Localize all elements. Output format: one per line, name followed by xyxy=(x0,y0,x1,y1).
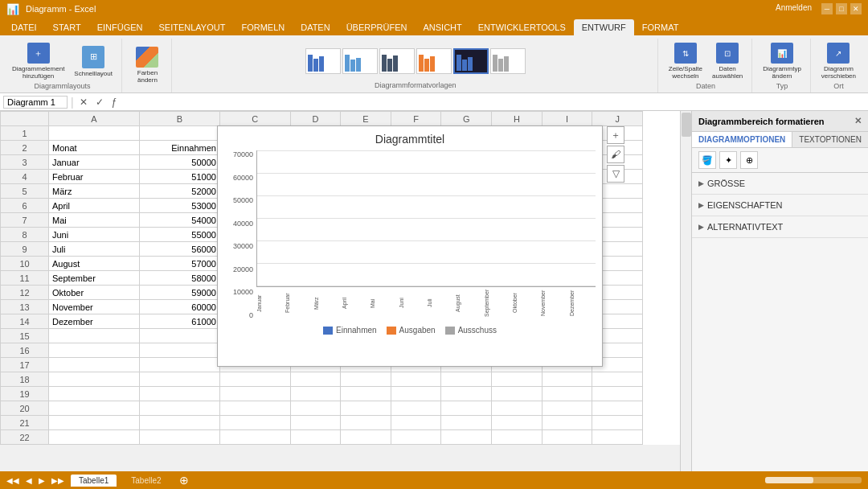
anmelden-btn[interactable]: Anmelden xyxy=(776,3,812,14)
grid-cell[interactable]: 55000 xyxy=(139,228,219,242)
grid-cell[interactable] xyxy=(341,430,391,445)
grid-cell[interactable]: Oktober xyxy=(49,286,140,300)
rp-icon-fill[interactable]: 🪣 xyxy=(698,151,716,169)
tab-seitenlayout[interactable]: SEITENLAYOUT xyxy=(150,19,233,35)
grid-cell[interactable]: August xyxy=(49,257,140,271)
col-header-f[interactable]: F xyxy=(391,112,441,126)
scroll-next-btn[interactable]: ▶ xyxy=(39,476,45,485)
horizontal-scrollbar[interactable] xyxy=(765,477,862,483)
sheet-tab-2[interactable]: Tabelle2 xyxy=(123,475,169,487)
switch-rowcol-btn[interactable]: ⇅ Zeile/Spaltewechseln xyxy=(665,40,706,82)
grid-cell[interactable] xyxy=(290,387,341,401)
grid-cell[interactable]: Dezember xyxy=(49,314,140,329)
grid-cell[interactable] xyxy=(139,387,219,401)
grid-cell[interactable] xyxy=(49,401,140,416)
right-panel-close-btn[interactable]: ✕ xyxy=(854,116,862,126)
grid-cell[interactable]: März xyxy=(49,184,140,199)
grid-cell[interactable] xyxy=(219,387,290,401)
minimize-btn[interactable]: ─ xyxy=(821,3,833,14)
grid-cell[interactable]: 51000 xyxy=(139,170,219,184)
name-box[interactable] xyxy=(3,96,68,109)
chart-brush-btn[interactable]: 🖌 xyxy=(607,146,624,163)
grid-cell[interactable] xyxy=(49,358,140,372)
scroll-first-btn[interactable]: ◀◀ xyxy=(6,476,19,485)
col-header-g[interactable]: G xyxy=(441,112,492,126)
col-header-a[interactable]: A xyxy=(49,112,140,126)
add-element-btn[interactable]: ＋ Diagrammelementhinzufügen xyxy=(8,40,68,82)
grid-cell[interactable] xyxy=(49,416,140,430)
grid-cell[interactable] xyxy=(391,387,441,401)
grid-cell[interactable] xyxy=(139,430,219,445)
grid-cell[interactable] xyxy=(139,416,219,430)
grid-cell[interactable] xyxy=(542,430,592,445)
col-header-i[interactable]: I xyxy=(542,112,592,126)
grid-cell[interactable] xyxy=(139,358,219,372)
grid-cell[interactable]: November xyxy=(49,300,140,314)
col-header-e[interactable]: E xyxy=(341,112,391,126)
grid-cell[interactable] xyxy=(592,401,643,416)
change-colors-btn[interactable]: Farbenändern xyxy=(132,44,162,86)
grid-cell[interactable] xyxy=(341,401,391,416)
grid-cell[interactable] xyxy=(441,401,492,416)
grid-cell[interactable] xyxy=(492,430,542,445)
grid-cell[interactable] xyxy=(441,387,492,401)
grid-cell[interactable]: Juli xyxy=(49,242,140,257)
cancel-icon[interactable]: ✕ xyxy=(77,97,90,108)
quick-layout-btn[interactable]: ⊞ Schnelllayout xyxy=(70,40,117,82)
rp-icon-effects[interactable]: ✦ xyxy=(719,151,737,169)
grid-cell[interactable] xyxy=(492,372,542,387)
grid-cell[interactable] xyxy=(391,401,441,416)
tab-entwicklertools[interactable]: ENTWICKLERTOOLS xyxy=(470,19,574,35)
grid-cell[interactable] xyxy=(542,372,592,387)
maximize-btn[interactable]: □ xyxy=(836,3,847,14)
confirm-icon[interactable]: ✓ xyxy=(93,97,106,108)
add-sheet-btn[interactable]: ⊕ xyxy=(176,474,192,487)
grid-cell[interactable] xyxy=(441,416,492,430)
close-btn[interactable]: ✕ xyxy=(850,3,862,14)
sheet-tab-1[interactable]: Tabelle1 xyxy=(71,475,117,487)
col-header-h[interactable]: H xyxy=(492,112,542,126)
function-icon[interactable]: ƒ xyxy=(109,97,120,108)
grid-cell[interactable] xyxy=(290,372,341,387)
scrollbar-thumb[interactable] xyxy=(682,113,691,137)
scroll-last-btn[interactable]: ▶▶ xyxy=(51,476,64,485)
grid-cell[interactable] xyxy=(492,401,542,416)
grid-cell[interactable]: September xyxy=(49,271,140,286)
tab-ueberpruefen[interactable]: ÜBERPRÜFEN xyxy=(338,19,416,35)
scroll-prev-btn[interactable]: ◀ xyxy=(26,476,32,485)
tab-datei[interactable]: DATEI xyxy=(3,19,45,35)
grid-cell[interactable]: 54000 xyxy=(139,213,219,228)
grid-cell[interactable] xyxy=(219,401,290,416)
grid-cell[interactable] xyxy=(341,372,391,387)
grid-cell[interactable] xyxy=(49,387,140,401)
tab-ansicht[interactable]: ANSICHT xyxy=(415,19,469,35)
tab-formeln[interactable]: FORMELN xyxy=(233,19,293,35)
style-5-active[interactable] xyxy=(453,48,489,74)
tab-entwurf[interactable]: ENTWURF xyxy=(574,19,634,35)
style-4[interactable] xyxy=(416,48,452,74)
grid-cell[interactable] xyxy=(49,329,140,343)
grid-cell[interactable] xyxy=(49,343,140,358)
vertical-scrollbar[interactable] xyxy=(680,111,691,471)
rp-section-eigenschaften-title[interactable]: ▶ EIGENSCHAFTEN xyxy=(698,198,862,212)
grid-cell[interactable] xyxy=(492,416,542,430)
grid-cell[interactable] xyxy=(341,416,391,430)
grid-cell[interactable]: 53000 xyxy=(139,199,219,213)
grid-cell[interactable] xyxy=(542,387,592,401)
style-6[interactable] xyxy=(490,48,526,74)
grid-cell[interactable]: 59000 xyxy=(139,286,219,300)
grid-cell[interactable] xyxy=(49,126,140,141)
col-header-c[interactable]: C xyxy=(219,112,290,126)
grid-cell[interactable] xyxy=(139,329,219,343)
grid-cell[interactable] xyxy=(592,430,643,445)
tab-format[interactable]: FORMAT xyxy=(634,19,687,35)
grid-cell[interactable] xyxy=(139,343,219,358)
formula-input[interactable] xyxy=(122,97,865,107)
chart-add-btn[interactable]: ＋ xyxy=(607,126,624,144)
grid-cell[interactable] xyxy=(441,372,492,387)
grid-cell[interactable] xyxy=(592,416,643,430)
grid-cell[interactable] xyxy=(391,430,441,445)
style-1[interactable] xyxy=(305,48,341,74)
grid-cell[interactable] xyxy=(219,416,290,430)
grid-cell[interactable]: Monat xyxy=(49,141,140,155)
